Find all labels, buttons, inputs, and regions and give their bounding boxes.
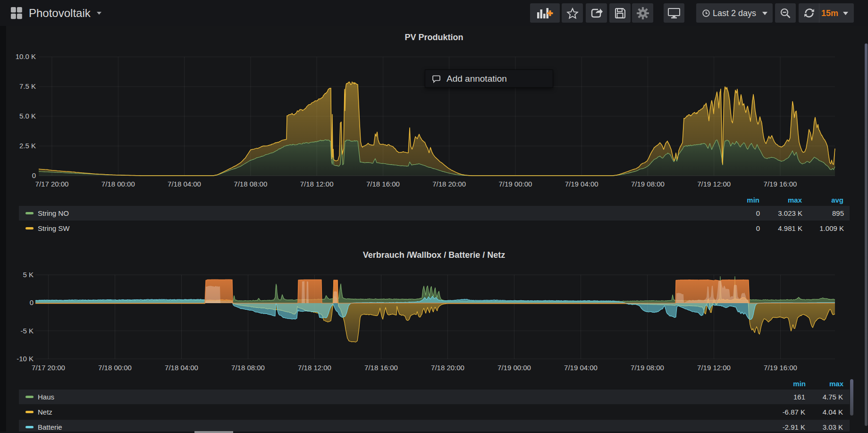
svg-text:7/17 20:00: 7/17 20:00 xyxy=(35,180,69,188)
svg-text:2.5 K: 2.5 K xyxy=(19,142,36,150)
svg-text:7/18 12:00: 7/18 12:00 xyxy=(298,364,331,372)
svg-text:7/19 12:00: 7/19 12:00 xyxy=(697,180,731,188)
svg-text:0: 0 xyxy=(32,171,36,179)
svg-text:7/18 00:00: 7/18 00:00 xyxy=(98,364,132,372)
svg-text:7/18 20:00: 7/18 20:00 xyxy=(431,364,464,372)
svg-text:-10 K: -10 K xyxy=(17,355,34,363)
svg-text:7/17 20:00: 7/17 20:00 xyxy=(32,364,65,372)
svg-text:5.0 K: 5.0 K xyxy=(19,112,36,120)
svg-text:7/18 08:00: 7/18 08:00 xyxy=(231,364,265,372)
svg-text:7/18 20:00: 7/18 20:00 xyxy=(432,180,466,188)
svg-text:7/18 04:00: 7/18 04:00 xyxy=(168,180,201,188)
svg-text:7/18 16:00: 7/18 16:00 xyxy=(366,180,400,188)
svg-text:-5 K: -5 K xyxy=(20,327,34,335)
svg-text:7/18 08:00: 7/18 08:00 xyxy=(234,180,267,188)
svg-text:7.5 K: 7.5 K xyxy=(19,82,36,90)
svg-text:7/18 04:00: 7/18 04:00 xyxy=(165,364,198,372)
svg-text:7/19 04:00: 7/19 04:00 xyxy=(564,364,598,372)
svg-text:7/19 12:00: 7/19 12:00 xyxy=(697,364,731,372)
svg-text:7/19 04:00: 7/19 04:00 xyxy=(565,180,598,188)
svg-text:7/18 16:00: 7/18 16:00 xyxy=(364,364,398,372)
svg-text:0: 0 xyxy=(30,298,34,306)
svg-text:7/19 16:00: 7/19 16:00 xyxy=(764,180,797,188)
svg-text:7/19 16:00: 7/19 16:00 xyxy=(764,364,797,372)
svg-text:5 K: 5 K xyxy=(23,271,34,279)
svg-text:7/19 00:00: 7/19 00:00 xyxy=(497,364,531,372)
svg-text:7/19 08:00: 7/19 08:00 xyxy=(631,364,664,372)
svg-text:7/19 08:00: 7/19 08:00 xyxy=(631,180,665,188)
svg-text:7/19 00:00: 7/19 00:00 xyxy=(498,180,532,188)
svg-text:10.0 K: 10.0 K xyxy=(16,52,36,60)
svg-text:7/18 12:00: 7/18 12:00 xyxy=(300,180,334,188)
svg-text:7/18 00:00: 7/18 00:00 xyxy=(101,180,135,188)
